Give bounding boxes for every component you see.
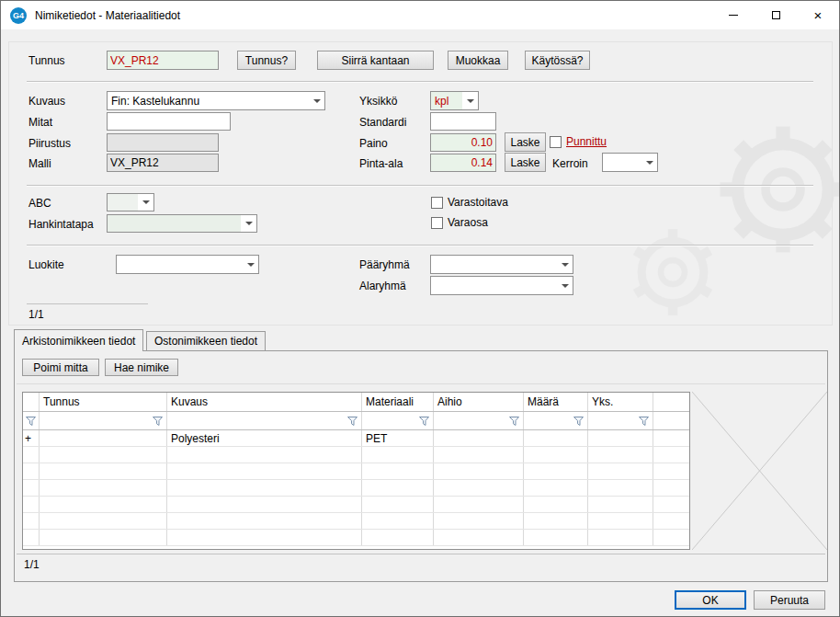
punnittu-checkbox[interactable]: Punnittu [550,135,607,148]
grid-cell[interactable] [653,430,689,446]
grid-cell[interactable] [524,530,588,545]
grid-cell[interactable] [434,430,524,446]
grid-column-header[interactable]: Aihio [434,393,524,411]
grid-cell[interactable] [588,480,653,496]
grid-cell[interactable] [434,447,524,463]
paaryhma-select[interactable] [430,255,573,274]
grid-cell[interactable] [40,463,167,479]
grid-row[interactable] [23,530,689,546]
pinta-ala-input[interactable] [430,154,496,172]
alaryhma-select[interactable] [430,276,573,295]
cancel-button[interactable]: Peruuta [754,590,825,610]
grid-cell[interactable] [524,497,588,512]
paino-input[interactable] [430,133,496,152]
grid-row[interactable] [23,463,689,480]
grid-cell[interactable] [362,530,434,545]
poimi-mitta-button[interactable]: Poimi mitta [22,359,99,376]
grid-cell[interactable] [362,480,434,496]
checkbox-box[interactable] [550,136,562,148]
grid-row[interactable]: + Polyesteri PET [23,430,689,447]
kerroin-select[interactable] [602,153,658,172]
grid-row[interactable] [23,480,689,497]
grid-cell[interactable] [167,480,362,496]
grid-cell[interactable] [23,513,40,529]
grid-cell[interactable] [588,430,653,446]
grid-cell[interactable] [434,480,524,496]
grid-cell[interactable] [40,480,167,496]
varastoitava-checkbox[interactable]: Varastoitava [431,196,508,209]
grid-cell[interactable] [23,530,40,545]
varastoitava-checkbox-label[interactable]: Varastoitava [448,196,508,209]
tunnus-input[interactable] [107,51,219,70]
luokite-select[interactable] [116,255,259,274]
grid-cell[interactable] [362,463,434,479]
grid-cell[interactable] [362,513,434,529]
grid-row[interactable] [23,497,689,513]
tab-arkistonimikkeen-tiedot[interactable]: Arkistonimikkeen tiedot [14,329,143,351]
grid-column-header[interactable]: Materiaali [362,393,434,411]
grid-cell[interactable]: PET [362,430,434,446]
yksikko-select[interactable]: kpl [430,91,479,110]
grid-row[interactable] [23,513,689,530]
grid-cell[interactable] [362,447,434,463]
tab-ostonimikkeen-tiedot[interactable]: Ostonimikkeen tiedot [146,331,266,350]
minimize-button[interactable] [712,1,755,29]
filter-cell[interactable] [588,412,653,429]
checkbox-box[interactable] [431,197,443,209]
grid-cell[interactable] [362,497,434,512]
grid-cell[interactable] [167,513,362,529]
hae-nimike-button[interactable]: Hae nimike [105,359,178,376]
grid-row[interactable] [23,447,689,463]
grid-column-header[interactable]: Kuvaus [167,393,362,411]
grid-cell[interactable] [40,447,167,463]
grid-column-header[interactable]: Tunnus [40,393,167,411]
grid-cell[interactable] [524,513,588,529]
varaosa-checkbox-label[interactable]: Varaosa [448,216,488,229]
grid-cell[interactable] [434,530,524,545]
checkbox-box[interactable] [431,217,443,229]
grid-cell[interactable] [653,513,689,529]
grid-cell[interactable] [23,447,40,463]
grid-cell[interactable] [40,530,167,545]
grid-cell[interactable] [588,447,653,463]
grid-cell[interactable] [167,463,362,479]
grid-cell[interactable] [653,463,689,479]
grid-cell[interactable] [524,430,588,446]
grid-cell[interactable] [588,513,653,529]
filter-cell[interactable] [167,412,362,429]
grid-cell[interactable] [434,497,524,512]
grid-cell[interactable] [434,513,524,529]
grid-cell[interactable] [588,530,653,545]
standardi-input[interactable] [430,112,496,131]
grid-cell[interactable] [434,463,524,479]
row-expand-cell[interactable]: + [23,430,40,446]
kuvaus-select[interactable]: Fin: Kastelukannu [107,91,325,110]
grid-cell[interactable] [588,463,653,479]
grid-cell[interactable] [167,447,362,463]
hankintatapa-select[interactable] [107,214,257,233]
close-button[interactable]: × [797,1,839,29]
grid-cell[interactable] [23,463,40,479]
kaytossa-button[interactable]: Käytössä? [525,51,590,70]
grid-cell[interactable] [524,480,588,496]
muokkaa-button[interactable]: Muokkaa [448,51,508,70]
grid-cell[interactable] [23,480,40,496]
grid-cell[interactable] [653,497,689,512]
varaosa-checkbox[interactable]: Varaosa [431,216,488,229]
grid-cell[interactable] [167,530,362,545]
filter-cell[interactable] [362,412,434,429]
grid-column-header[interactable]: Määrä [524,393,588,411]
tunnus-question-button[interactable]: Tunnus? [237,51,296,70]
grid-cell[interactable] [40,497,167,512]
punnittu-checkbox-label[interactable]: Punnittu [566,135,607,148]
grid-cell[interactable] [588,497,653,512]
piirustus-input[interactable] [107,133,219,152]
filter-cell[interactable] [524,412,588,429]
grid-cell[interactable] [40,513,167,529]
grid-cell[interactable] [653,447,689,463]
ok-button[interactable]: OK [675,590,746,610]
filter-cell[interactable] [434,412,524,429]
maximize-button[interactable] [755,1,797,29]
grid-cell[interactable]: Polyesteri [167,430,362,446]
mitat-input[interactable] [107,112,231,131]
